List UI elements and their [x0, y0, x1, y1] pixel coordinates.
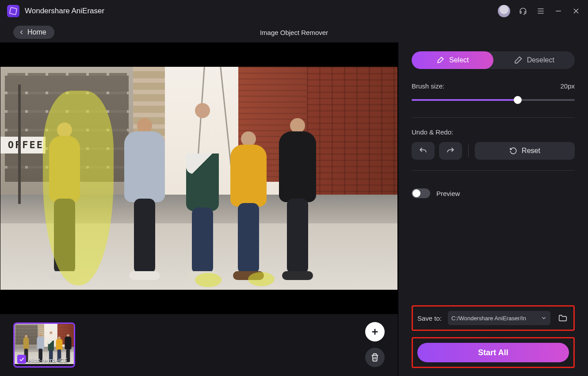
- brush-size-label: Brush size:: [412, 82, 444, 90]
- close-icon[interactable]: [571, 6, 581, 16]
- save-to-label: Save to:: [417, 315, 442, 322]
- chevron-down-icon: [541, 315, 547, 321]
- thumbnail-strip: eliott-reyna-jCE: [0, 314, 398, 376]
- save-path-value: C:/Wondershare AniEraser/In: [451, 315, 526, 322]
- headset-icon[interactable]: [518, 6, 528, 16]
- delete-image-button[interactable]: [365, 348, 385, 367]
- coffee-sign-text: OFFEE: [0, 137, 46, 153]
- canvas-column: OFFEE: [0, 42, 398, 376]
- preview-label: Preview: [436, 190, 460, 197]
- selection-blob-1: [195, 273, 221, 287]
- person-2: [124, 118, 165, 280]
- add-image-button[interactable]: [365, 322, 385, 341]
- side-panel: Select Deselect Brush size: 20px Undo & …: [398, 42, 588, 376]
- panel-bottom: Save to: C:/Wondershare AniEraser/In Sta…: [412, 305, 575, 368]
- main: OFFEE: [0, 42, 588, 376]
- undo-redo-label: Undo & Redo:: [412, 128, 575, 136]
- preview-row: Preview: [412, 188, 575, 198]
- redo-button[interactable]: [439, 142, 462, 160]
- strip-buttons: [365, 322, 385, 367]
- thumbnail[interactable]: eliott-reyna-jCE: [13, 322, 75, 368]
- person-4: [230, 131, 267, 280]
- deselect-tab[interactable]: Deselect: [493, 51, 575, 69]
- select-label: Select: [449, 56, 469, 64]
- start-all-button[interactable]: Start All: [417, 343, 569, 362]
- brush-size-slider[interactable]: [412, 93, 575, 107]
- brush-size-value: 20px: [560, 82, 575, 90]
- save-to-row: Save to: C:/Wondershare AniEraser/In: [412, 305, 575, 331]
- toolbar: Home Image Object Remover: [0, 22, 588, 42]
- home-button[interactable]: Home: [13, 26, 54, 39]
- select-deselect-segment: Select Deselect: [412, 51, 575, 69]
- reset-button[interactable]: Reset: [475, 142, 575, 160]
- home-label: Home: [27, 28, 46, 36]
- brush-icon: [436, 56, 445, 65]
- minimize-icon[interactable]: [554, 6, 563, 16]
- reset-label: Reset: [522, 147, 540, 155]
- page-title: Image Object Remover: [260, 29, 328, 36]
- trash-icon: [370, 353, 380, 362]
- select-tab[interactable]: Select: [412, 51, 493, 69]
- preview-toggle[interactable]: [412, 188, 430, 198]
- thumbnail-checkbox[interactable]: [17, 355, 26, 364]
- start-all-row: Start All: [412, 337, 575, 368]
- deselect-label: Deselect: [527, 56, 554, 64]
- titlebar: Wondershare AniEraser: [0, 0, 588, 22]
- chevron-left-icon: [19, 29, 25, 35]
- reset-icon: [509, 147, 517, 155]
- person-5: [279, 118, 316, 280]
- app-logo: [7, 5, 19, 17]
- app-title: Wondershare AniEraser: [25, 7, 104, 15]
- eraser-icon: [514, 56, 523, 65]
- plus-icon: [370, 327, 380, 337]
- browse-folder-button[interactable]: [557, 312, 569, 324]
- brush-row: Brush size: 20px: [412, 82, 575, 90]
- save-path-dropdown[interactable]: C:/Wondershare AniEraser/In: [448, 311, 550, 325]
- undo-icon: [419, 146, 428, 155]
- titlebar-right: [498, 5, 581, 17]
- selection-blob-2: [248, 272, 275, 286]
- folder-icon: [558, 313, 568, 323]
- menu-icon[interactable]: [536, 6, 546, 16]
- redo-icon: [446, 146, 455, 155]
- canvas-image[interactable]: OFFEE: [0, 67, 397, 290]
- start-all-label: Start All: [478, 348, 508, 357]
- user-avatar[interactable]: [498, 5, 510, 17]
- undo-redo-row: Reset: [412, 142, 575, 160]
- slider-thumb[interactable]: [514, 96, 522, 104]
- undo-button[interactable]: [412, 142, 435, 160]
- thumbnail-filename: eliott-reyna-jCE: [28, 357, 71, 364]
- person-3: [186, 103, 219, 280]
- check-icon: [19, 356, 25, 362]
- canvas-wrap[interactable]: OFFEE: [0, 42, 398, 314]
